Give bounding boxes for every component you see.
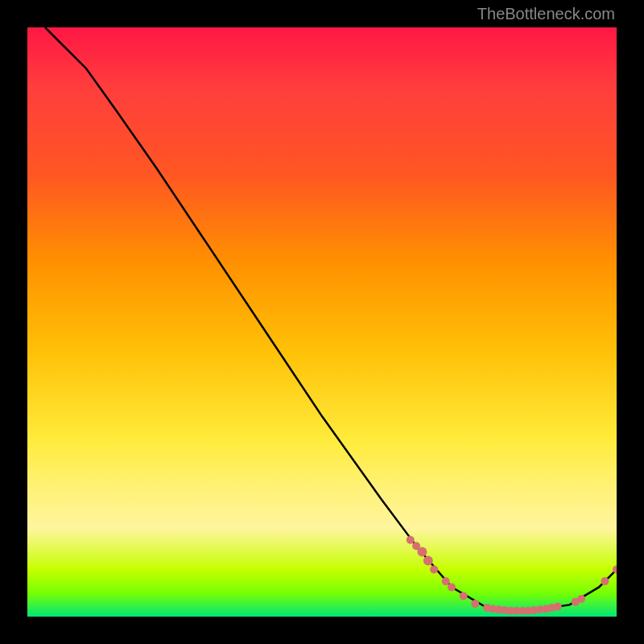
data-marker (442, 577, 450, 585)
chart-container: TheBottleneck.com (0, 0, 644, 644)
data-marker (407, 536, 415, 544)
data-marker (448, 583, 456, 591)
bottleneck-curve-svg (27, 27, 617, 617)
data-marker (460, 592, 468, 600)
watermark-text: TheBottleneck.com (477, 5, 615, 23)
data-marker (417, 547, 427, 557)
data-marker (554, 603, 562, 611)
data-marker (471, 600, 479, 608)
data-marker (423, 556, 433, 566)
data-marker (577, 595, 585, 603)
data-marker (601, 577, 609, 585)
bottleneck-curve (45, 27, 617, 611)
data-markers (407, 536, 617, 615)
data-marker (430, 565, 438, 573)
plot-area (27, 27, 617, 617)
